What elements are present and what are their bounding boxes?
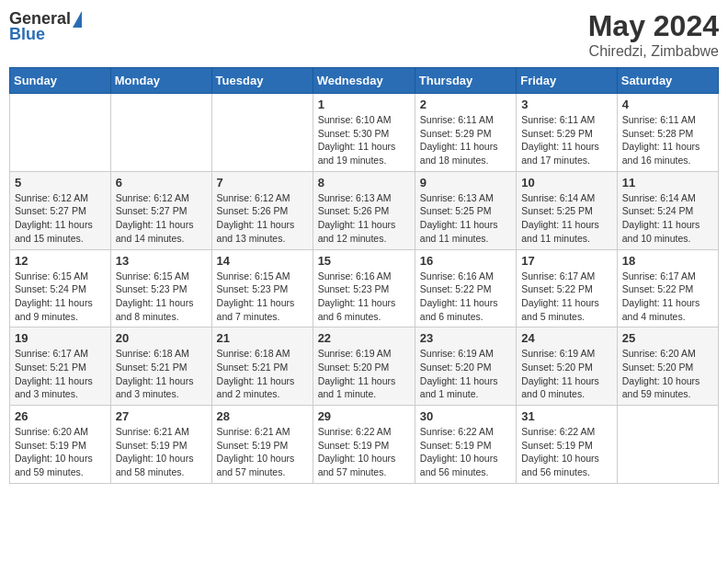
calendar-cell: 22Sunrise: 6:19 AM Sunset: 5:20 PM Dayli… [313,327,415,406]
day-number: 14 [217,254,308,268]
calendar-cell: 2Sunrise: 6:11 AM Sunset: 5:29 PM Daylig… [415,94,516,172]
day-info: Sunrise: 6:22 AM Sunset: 5:19 PM Dayligh… [318,425,410,479]
calendar-cell: 11Sunrise: 6:14 AM Sunset: 5:24 PM Dayli… [617,171,718,249]
calendar-cell [10,94,111,172]
day-number: 6 [116,176,207,190]
day-info: Sunrise: 6:15 AM Sunset: 5:23 PM Dayligh… [217,270,308,324]
day-info: Sunrise: 6:21 AM Sunset: 5:19 PM Dayligh… [217,425,308,479]
day-number: 31 [521,409,612,423]
day-number: 4 [622,98,713,111]
calendar-cell: 6Sunrise: 6:12 AM Sunset: 5:27 PM Daylig… [110,171,211,249]
calendar-cell: 1Sunrise: 6:10 AM Sunset: 5:30 PM Daylig… [313,94,415,172]
day-info: Sunrise: 6:16 AM Sunset: 5:22 PM Dayligh… [420,270,511,324]
day-of-week-header: Tuesday [211,68,313,94]
day-number: 30 [420,409,511,423]
calendar-cell [211,94,313,172]
calendar-table: SundayMondayTuesdayWednesdayThursdayFrid… [9,67,719,484]
day-info: Sunrise: 6:14 AM Sunset: 5:24 PM Dayligh… [622,191,713,246]
calendar-cell: 27Sunrise: 6:21 AM Sunset: 5:19 PM Dayli… [110,406,211,484]
title-block: May 2024 Chiredzi, Zimbabwe [588,9,719,60]
day-number: 26 [15,409,106,423]
day-number: 8 [318,176,410,190]
day-info: Sunrise: 6:20 AM Sunset: 5:19 PM Dayligh… [15,425,106,479]
calendar-cell [110,94,211,172]
logo-blue: Blue [9,25,45,44]
calendar-week-row: 26Sunrise: 6:20 AM Sunset: 5:19 PM Dayli… [10,406,719,484]
day-number: 24 [521,331,612,345]
day-of-week-header: Saturday [617,68,718,94]
day-info: Sunrise: 6:11 AM Sunset: 5:28 PM Dayligh… [622,113,713,167]
day-number: 11 [622,176,713,190]
calendar-cell: 13Sunrise: 6:15 AM Sunset: 5:23 PM Dayli… [110,249,211,327]
day-info: Sunrise: 6:12 AM Sunset: 5:27 PM Dayligh… [116,191,207,246]
day-number: 17 [521,254,612,268]
day-info: Sunrise: 6:14 AM Sunset: 5:25 PM Dayligh… [521,191,612,246]
calendar-cell: 21Sunrise: 6:18 AM Sunset: 5:21 PM Dayli… [211,327,313,406]
calendar-cell: 18Sunrise: 6:17 AM Sunset: 5:22 PM Dayli… [617,249,718,327]
day-info: Sunrise: 6:15 AM Sunset: 5:24 PM Dayligh… [15,270,106,324]
day-info: Sunrise: 6:17 AM Sunset: 5:21 PM Dayligh… [15,347,106,401]
calendar-cell: 4Sunrise: 6:11 AM Sunset: 5:28 PM Daylig… [617,94,718,172]
day-info: Sunrise: 6:20 AM Sunset: 5:20 PM Dayligh… [622,347,713,401]
day-number: 16 [420,254,511,268]
day-number: 28 [217,409,308,423]
day-number: 15 [318,254,410,268]
calendar-cell [617,406,718,484]
day-info: Sunrise: 6:13 AM Sunset: 5:26 PM Dayligh… [318,191,410,246]
calendar-cell: 23Sunrise: 6:19 AM Sunset: 5:20 PM Dayli… [415,327,516,406]
day-info: Sunrise: 6:19 AM Sunset: 5:20 PM Dayligh… [420,347,511,401]
calendar-cell: 24Sunrise: 6:19 AM Sunset: 5:20 PM Dayli… [517,327,618,406]
day-number: 18 [622,254,713,268]
day-info: Sunrise: 6:19 AM Sunset: 5:20 PM Dayligh… [318,347,410,401]
day-info: Sunrise: 6:17 AM Sunset: 5:22 PM Dayligh… [521,270,612,324]
day-info: Sunrise: 6:12 AM Sunset: 5:26 PM Dayligh… [217,191,308,246]
day-info: Sunrise: 6:11 AM Sunset: 5:29 PM Dayligh… [521,113,612,167]
day-number: 22 [318,331,410,345]
days-of-week-row: SundayMondayTuesdayWednesdayThursdayFrid… [10,68,719,94]
day-info: Sunrise: 6:15 AM Sunset: 5:23 PM Dayligh… [116,270,207,324]
day-number: 21 [217,331,308,345]
day-number: 27 [116,409,207,423]
day-info: Sunrise: 6:16 AM Sunset: 5:23 PM Dayligh… [318,270,410,324]
day-number: 7 [217,176,308,190]
day-number: 12 [15,254,106,268]
month-title: May 2024 [588,9,719,43]
calendar-cell: 29Sunrise: 6:22 AM Sunset: 5:19 PM Dayli… [313,406,415,484]
day-of-week-header: Wednesday [313,68,415,94]
calendar-week-row: 1Sunrise: 6:10 AM Sunset: 5:30 PM Daylig… [10,94,719,172]
day-number: 29 [318,409,410,423]
day-info: Sunrise: 6:11 AM Sunset: 5:29 PM Dayligh… [420,113,511,167]
calendar-week-row: 19Sunrise: 6:17 AM Sunset: 5:21 PM Dayli… [10,327,719,406]
calendar-week-row: 12Sunrise: 6:15 AM Sunset: 5:24 PM Dayli… [10,249,719,327]
day-number: 10 [521,176,612,190]
day-info: Sunrise: 6:19 AM Sunset: 5:20 PM Dayligh… [521,347,612,401]
calendar-cell: 26Sunrise: 6:20 AM Sunset: 5:19 PM Dayli… [10,406,111,484]
calendar-body: 1Sunrise: 6:10 AM Sunset: 5:30 PM Daylig… [10,94,719,484]
calendar-cell: 3Sunrise: 6:11 AM Sunset: 5:29 PM Daylig… [517,94,618,172]
day-number: 9 [420,176,511,190]
day-number: 19 [15,331,106,345]
day-info: Sunrise: 6:21 AM Sunset: 5:19 PM Dayligh… [116,425,207,479]
day-of-week-header: Thursday [415,68,516,94]
day-info: Sunrise: 6:18 AM Sunset: 5:21 PM Dayligh… [116,347,207,401]
day-number: 2 [420,98,511,111]
day-info: Sunrise: 6:18 AM Sunset: 5:21 PM Dayligh… [217,347,308,401]
location-title: Chiredzi, Zimbabwe [588,43,719,60]
calendar-cell: 17Sunrise: 6:17 AM Sunset: 5:22 PM Dayli… [517,249,618,327]
day-number: 23 [420,331,511,345]
day-number: 20 [116,331,207,345]
day-number: 1 [318,98,410,111]
calendar-cell: 30Sunrise: 6:22 AM Sunset: 5:19 PM Dayli… [415,406,516,484]
calendar-cell: 25Sunrise: 6:20 AM Sunset: 5:20 PM Dayli… [617,327,718,406]
day-of-week-header: Monday [110,68,211,94]
calendar-cell: 19Sunrise: 6:17 AM Sunset: 5:21 PM Dayli… [10,327,111,406]
calendar-cell: 7Sunrise: 6:12 AM Sunset: 5:26 PM Daylig… [211,171,313,249]
day-of-week-header: Friday [517,68,618,94]
logo: General Blue [9,9,82,44]
calendar-week-row: 5Sunrise: 6:12 AM Sunset: 5:27 PM Daylig… [10,171,719,249]
day-info: Sunrise: 6:17 AM Sunset: 5:22 PM Dayligh… [622,270,713,324]
day-number: 25 [622,331,713,345]
day-info: Sunrise: 6:22 AM Sunset: 5:19 PM Dayligh… [420,425,511,479]
day-number: 13 [116,254,207,268]
page-header: General Blue May 2024 Chiredzi, Zimbabwe [9,9,719,60]
